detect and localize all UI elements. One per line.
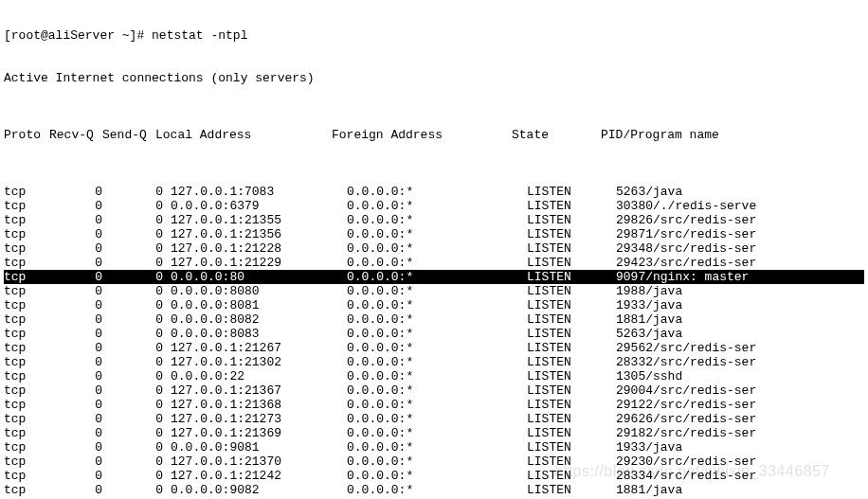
cell-pid-program: 30380/./redis-serve xyxy=(616,199,864,213)
cell-recvq: 0 xyxy=(49,298,110,312)
cell-recvq: 0 xyxy=(49,199,110,213)
cell-foreign-address: 0.0.0.0:* xyxy=(347,199,527,213)
cell-sendq: 0 xyxy=(110,412,171,426)
cell-local-address: 127.0.0.1:21368 xyxy=(171,398,347,412)
cell-pid-program: 29826/src/redis-ser xyxy=(616,213,864,227)
cell-proto: tcp xyxy=(4,213,49,227)
cell-foreign-address: 0.0.0.0:* xyxy=(347,398,527,412)
cell-recvq: 0 xyxy=(49,185,110,199)
cell-foreign-address: 0.0.0.0:* xyxy=(347,341,527,355)
cell-foreign-address: 0.0.0.0:* xyxy=(347,256,527,270)
cell-state: LISTEN xyxy=(527,440,616,454)
cell-state: LISTEN xyxy=(527,284,616,298)
cell-pid-program: 9097/nginx: master xyxy=(616,270,864,284)
cell-pid-program: 29871/src/redis-ser xyxy=(616,227,864,241)
cell-proto: tcp xyxy=(4,185,49,199)
cell-foreign-address: 0.0.0.0:* xyxy=(347,185,527,199)
cell-foreign-address: 0.0.0.0:* xyxy=(347,284,527,298)
table-row: tcp000.0.0.0:63790.0.0.0:*LISTEN30380/./… xyxy=(4,199,864,213)
cell-pid-program: 29562/src/redis-ser xyxy=(616,341,864,355)
cell-state: LISTEN xyxy=(527,469,616,483)
cell-local-address: 0.0.0.0:8082 xyxy=(171,312,347,327)
cell-state: LISTEN xyxy=(527,213,616,227)
cell-proto: tcp xyxy=(4,256,49,270)
cell-recvq: 0 xyxy=(49,241,110,256)
cell-recvq: 0 xyxy=(49,383,110,398)
cell-state: LISTEN xyxy=(527,398,616,412)
cell-recvq: 0 xyxy=(49,355,110,369)
cell-sendq: 0 xyxy=(110,199,171,213)
cell-local-address: 127.0.0.1:21229 xyxy=(171,256,347,270)
cell-local-address: 0.0.0.0:6379 xyxy=(171,199,347,213)
cell-state: LISTEN xyxy=(527,412,616,426)
cell-local-address: 0.0.0.0:8080 xyxy=(171,284,347,298)
cell-foreign-address: 0.0.0.0:* xyxy=(347,312,527,327)
header-recvq: Recv-Q xyxy=(49,128,102,142)
cell-foreign-address: 0.0.0.0:* xyxy=(347,270,527,284)
cell-proto: tcp xyxy=(4,426,49,440)
cell-state: LISTEN xyxy=(527,199,616,213)
cell-state: LISTEN xyxy=(527,454,616,469)
cell-pid-program: 28334/src/redis-ser xyxy=(616,469,864,483)
cell-state: LISTEN xyxy=(527,483,616,497)
cell-local-address: 127.0.0.1:21267 xyxy=(171,341,347,355)
cell-sendq: 0 xyxy=(110,383,171,398)
cell-proto: tcp xyxy=(4,355,49,369)
cell-pid-program: 5263/java xyxy=(616,327,864,341)
table-row: tcp00127.0.0.1:212280.0.0.0:*LISTEN29348… xyxy=(4,241,864,256)
cell-sendq: 0 xyxy=(110,270,171,284)
cell-proto: tcp xyxy=(4,312,49,327)
cell-foreign-address: 0.0.0.0:* xyxy=(347,355,527,369)
cell-recvq: 0 xyxy=(49,369,110,383)
cell-state: LISTEN xyxy=(527,426,616,440)
table-row: tcp00127.0.0.1:213670.0.0.0:*LISTEN29004… xyxy=(4,383,864,398)
cell-foreign-address: 0.0.0.0:* xyxy=(347,483,527,497)
cell-pid-program: 29626/src/redis-ser xyxy=(616,412,864,426)
cell-proto: tcp xyxy=(4,327,49,341)
cell-pid-program: 1933/java xyxy=(616,298,864,312)
cell-pid-program: 29423/src/redis-ser xyxy=(616,256,864,270)
cell-foreign-address: 0.0.0.0:* xyxy=(347,383,527,398)
cell-local-address: 0.0.0.0:22 xyxy=(171,369,347,383)
cell-pid-program: 29182/src/redis-ser xyxy=(616,426,864,440)
cell-sendq: 0 xyxy=(110,241,171,256)
cell-sendq: 0 xyxy=(110,454,171,469)
header-foreign: Foreign Address xyxy=(332,128,512,142)
cell-sendq: 0 xyxy=(110,469,171,483)
header-state: State xyxy=(512,128,601,142)
cell-local-address: 127.0.0.1:21369 xyxy=(171,426,347,440)
cell-recvq: 0 xyxy=(49,256,110,270)
cell-local-address: 127.0.0.1:21367 xyxy=(171,383,347,398)
output-title: Active Internet connections (only server… xyxy=(4,71,864,85)
cell-state: LISTEN xyxy=(527,270,616,284)
table-row: tcp000.0.0.0:80830.0.0.0:*LISTEN5263/jav… xyxy=(4,327,864,341)
cell-recvq: 0 xyxy=(49,270,110,284)
table-row: tcp00127.0.0.1:212670.0.0.0:*LISTEN29562… xyxy=(4,341,864,355)
cell-state: LISTEN xyxy=(527,241,616,256)
cell-proto: tcp xyxy=(4,298,49,312)
cell-foreign-address: 0.0.0.0:* xyxy=(347,241,527,256)
cell-pid-program: 1933/java xyxy=(616,440,864,454)
table-row: tcp00127.0.0.1:213560.0.0.0:*LISTEN29871… xyxy=(4,227,864,241)
table-row: tcp000.0.0.0:90810.0.0.0:*LISTEN1933/jav… xyxy=(4,440,864,454)
header-local: Local Address xyxy=(155,128,332,142)
cell-sendq: 0 xyxy=(110,398,171,412)
cell-foreign-address: 0.0.0.0:* xyxy=(347,426,527,440)
cell-recvq: 0 xyxy=(49,412,110,426)
table-row: tcp000.0.0.0:220.0.0.0:*LISTEN1305/sshd xyxy=(4,369,864,383)
table-row: tcp000.0.0.0:80820.0.0.0:*LISTEN1881/jav… xyxy=(4,312,864,327)
cell-proto: tcp xyxy=(4,454,49,469)
cell-foreign-address: 0.0.0.0:* xyxy=(347,227,527,241)
cell-foreign-address: 0.0.0.0:* xyxy=(347,412,527,426)
header-pid: PID/Program name xyxy=(601,128,864,142)
terminal-output[interactable]: [root@aliServer ~]# netstat -ntpl Active… xyxy=(0,0,868,499)
cell-recvq: 0 xyxy=(49,398,110,412)
table-row: tcp00127.0.0.1:212290.0.0.0:*LISTEN29423… xyxy=(4,256,864,270)
cell-foreign-address: 0.0.0.0:* xyxy=(347,369,527,383)
cell-recvq: 0 xyxy=(49,213,110,227)
cell-proto: tcp xyxy=(4,227,49,241)
cell-pid-program: 29230/src/redis-ser xyxy=(616,454,864,469)
cell-recvq: 0 xyxy=(49,227,110,241)
table-row: tcp00127.0.0.1:212420.0.0.0:*LISTEN28334… xyxy=(4,469,864,483)
cell-proto: tcp xyxy=(4,469,49,483)
